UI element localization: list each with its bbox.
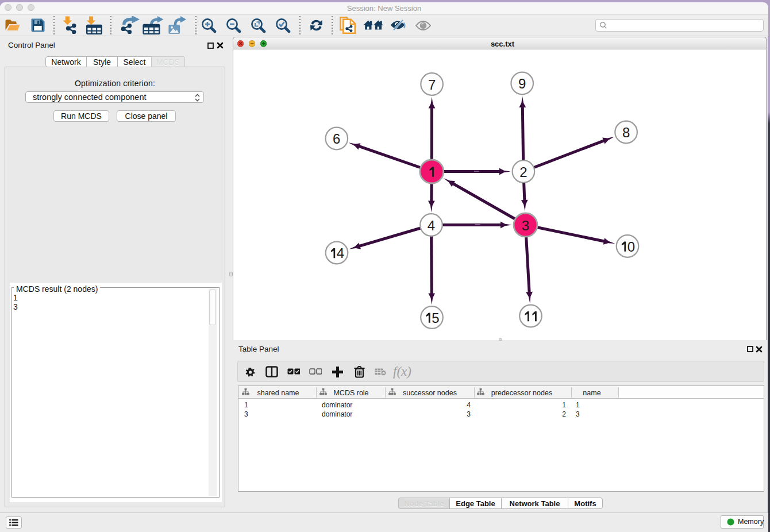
svg-text:6: 6 (333, 131, 340, 147)
svg-text:7: 7 (428, 77, 436, 92)
svg-text:0: 0 (627, 239, 635, 255)
svg-text:9: 9 (518, 76, 526, 91)
svg-text:5: 5 (432, 310, 439, 326)
svg-text:8: 8 (622, 125, 630, 140)
svg-text:4: 4 (428, 218, 435, 233)
svg-text:2: 2 (519, 164, 527, 180)
svg-text:3: 3 (522, 218, 529, 233)
svg-text:4: 4 (337, 245, 344, 261)
